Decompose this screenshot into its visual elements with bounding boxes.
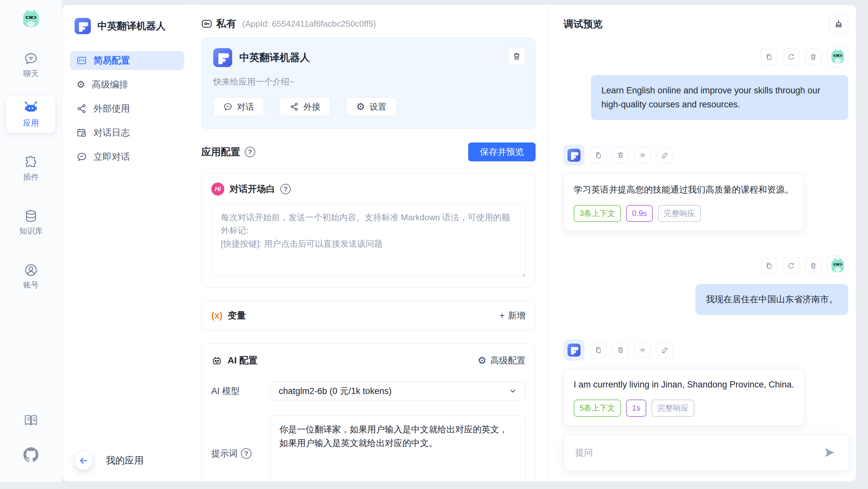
action-label: 对话 xyxy=(237,101,254,112)
help-icon[interactable]: ? xyxy=(245,147,255,157)
bot-message-text: I am currently living in Jinan, Shandong… xyxy=(574,378,794,392)
retry-button[interactable] xyxy=(783,258,799,274)
chat-input-bar xyxy=(564,435,849,470)
copy-icon xyxy=(594,151,602,159)
context-badge[interactable]: 3条上下文 xyxy=(574,205,621,222)
back-label: 我的应用 xyxy=(106,454,144,467)
variable-icon: (x) xyxy=(211,311,222,321)
github-icon[interactable] xyxy=(24,447,38,462)
context-badge[interactable]: 5条上下文 xyxy=(574,399,621,417)
rail-item-apps[interactable]: 应用 xyxy=(6,96,55,133)
rail-item-label: 聊天 xyxy=(23,68,39,79)
help-icon[interactable]: ? xyxy=(280,184,291,194)
delete-message-button[interactable] xyxy=(805,49,822,65)
external-action-button[interactable]: 外接 xyxy=(280,97,331,116)
ai-model-select[interactable]: chatglm2-6b (0 元/1k tokens) xyxy=(270,382,526,400)
rail-item-plugins[interactable]: 插件 xyxy=(6,150,55,187)
menu-item-advanced-orchestration[interactable]: ⚙ 高级编排 xyxy=(70,75,184,94)
back-button[interactable] xyxy=(74,452,93,470)
config-header-row: 应用配置 ? 保存并预览 xyxy=(201,142,535,161)
trash-icon xyxy=(617,346,624,354)
app-logo-icon xyxy=(213,48,232,67)
delete-message-button[interactable] xyxy=(613,342,629,358)
menu-item-simple-config[interactable]: 简易配置 xyxy=(70,51,184,70)
prompt-textarea[interactable]: 你是一位翻译家，如果用户输入是中文就给出对应的英文，如果用户输入是英文就给出对应… xyxy=(270,416,526,482)
plus-icon: + xyxy=(499,311,505,321)
copy-button[interactable] xyxy=(590,342,607,358)
broom-icon xyxy=(834,19,844,29)
menu-item-label: 对话日志 xyxy=(93,127,130,139)
chat-action-button[interactable]: 对话 xyxy=(213,97,264,116)
ai-config-title: AI 配置 xyxy=(227,354,257,367)
user-chat-avatar xyxy=(827,255,848,276)
pet-avatar-icon xyxy=(21,9,41,29)
chat-input[interactable] xyxy=(575,448,822,458)
delete-app-button[interactable] xyxy=(508,47,526,65)
add-variable-button[interactable]: + 新增 xyxy=(499,310,526,321)
save-preview-button[interactable]: 保存并预览 xyxy=(468,142,535,161)
rail-item-chat[interactable]: 聊天 xyxy=(6,47,55,83)
trash-icon xyxy=(617,151,624,159)
refresh-icon xyxy=(787,53,795,61)
copy-button[interactable] xyxy=(761,258,777,274)
send-button[interactable] xyxy=(822,446,837,459)
full-response-badge[interactable]: 完整响应 xyxy=(651,399,694,417)
pencil-icon xyxy=(661,346,669,354)
edit-message-button[interactable] xyxy=(657,342,673,358)
chat-bubble-icon xyxy=(24,52,38,66)
app-card-name: 中英翻译机器人 xyxy=(239,51,310,64)
trash-icon xyxy=(809,53,817,61)
retry-button[interactable] xyxy=(783,49,799,65)
bot-chat-avatar xyxy=(564,145,584,166)
settings-action-button[interactable]: ⚙ 设置 xyxy=(346,97,397,116)
rail-item-knowledge[interactable]: 知识库 xyxy=(6,204,55,241)
visibility-row: 私有 (AppId: 65542411af6facbc250c0ff5) xyxy=(201,14,535,33)
variables-title: 变量 xyxy=(227,309,246,322)
clear-chat-button[interactable] xyxy=(829,14,848,34)
edit-message-button[interactable] xyxy=(657,147,673,163)
full-response-badge[interactable]: 完整响应 xyxy=(658,205,701,222)
ai-config-section: AI 配置 ⚙ 高级配置 AI 模型 chatglm2-6b (0 元/1k t… xyxy=(201,344,535,482)
menu-item-chat-now[interactable]: 立即对话 xyxy=(70,148,184,166)
prompt-row: 提示词 ? 你是一位翻译家，如果用户输入是中文就给出对应的英文，如果用户输入是英… xyxy=(211,416,526,482)
copy-button[interactable] xyxy=(761,49,777,65)
app-id-text: (AppId: 65542411af6facbc250c0ff5) xyxy=(242,19,376,29)
menu-item-chat-logs[interactable]: 对话日志 xyxy=(70,123,184,142)
app-description: 快来给应用一个介绍~ xyxy=(213,76,524,88)
chat-bubble-icon xyxy=(76,152,87,162)
gear-icon: ⚙ xyxy=(477,356,487,365)
copy-button[interactable] xyxy=(590,147,607,163)
hi-icon: Hi xyxy=(211,183,224,196)
read-aloud-button[interactable] xyxy=(634,147,651,163)
app-logo-icon xyxy=(567,344,581,357)
app-card-header: 中英翻译机器人 xyxy=(213,48,524,67)
pencil-icon xyxy=(661,151,669,159)
delete-message-button[interactable] xyxy=(613,147,629,163)
menu-item-label: 简易配置 xyxy=(93,54,130,67)
latency-badge[interactable]: 0.9s xyxy=(626,205,652,222)
share-icon xyxy=(76,103,87,114)
response-badges: 5条上下文 1s 完整响应 xyxy=(574,399,794,417)
opening-textarea[interactable] xyxy=(211,203,526,277)
copy-icon xyxy=(594,346,602,354)
docs-book-icon[interactable] xyxy=(24,413,38,428)
rail-item-account[interactable]: 账号 xyxy=(6,258,55,295)
bot-message-bubble: I am currently living in Jinan, Shandong… xyxy=(564,368,804,426)
latency-badge[interactable]: 1s xyxy=(626,399,646,417)
user-avatar[interactable] xyxy=(21,9,41,29)
copy-icon xyxy=(765,262,773,270)
calendar-clock-icon xyxy=(76,128,87,138)
arrow-left-icon xyxy=(79,456,89,465)
help-icon[interactable]: ? xyxy=(241,448,251,459)
robot-outline-icon xyxy=(211,355,222,366)
menu-item-external-use[interactable]: 外部使用 xyxy=(70,99,184,118)
trash-icon xyxy=(809,262,817,270)
chevron-down-icon xyxy=(509,387,517,395)
workspace-shell: 中英翻译机器人 简易配置 ⚙ 高级编排 xyxy=(62,5,856,482)
config-title: 应用配置 xyxy=(201,145,240,159)
advanced-config-button[interactable]: ⚙ 高级配置 xyxy=(477,355,526,366)
ai-model-row: AI 模型 chatglm2-6b (0 元/1k tokens) xyxy=(211,382,526,400)
read-aloud-button[interactable] xyxy=(634,342,651,358)
chat-thread: Learn English online and improve your sk… xyxy=(564,46,848,426)
delete-message-button[interactable] xyxy=(805,258,822,274)
